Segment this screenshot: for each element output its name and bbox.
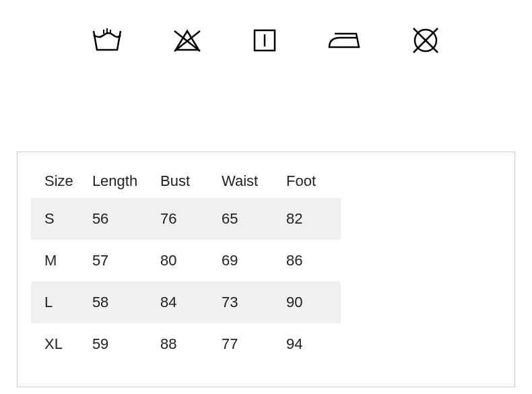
do-not-dry-clean-icon <box>411 26 440 55</box>
cell-foot: 90 <box>279 282 341 323</box>
cell-waist: 77 <box>215 323 279 365</box>
cell-bust: 80 <box>154 240 215 282</box>
cell-foot: 86 <box>279 240 341 282</box>
cell-length: 59 <box>86 323 154 365</box>
cell-size: L <box>31 282 86 323</box>
cell-length: 58 <box>86 282 154 323</box>
table-row: S 56 76 65 82 <box>31 198 341 240</box>
cell-waist: 69 <box>215 240 279 282</box>
cell-bust: 84 <box>154 282 215 323</box>
cell-length: 56 <box>86 198 154 240</box>
cell-size: M <box>31 240 86 282</box>
header-foot: Foot <box>279 164 341 198</box>
iron-icon <box>327 28 362 53</box>
table-row: L 58 84 73 90 <box>31 282 341 323</box>
table-row: XL 59 88 77 94 <box>31 323 341 365</box>
cell-size: S <box>31 198 86 240</box>
header-bust: Bust <box>154 164 215 198</box>
dry-icon <box>251 27 278 54</box>
do-not-bleach-icon <box>172 27 203 54</box>
cell-foot: 94 <box>279 323 341 365</box>
header-size: Size <box>31 164 86 198</box>
care-instruction-icons <box>0 26 532 55</box>
cell-size: XL <box>31 323 86 365</box>
table-header-row: Size Length Bust Waist Foot <box>31 164 341 198</box>
table-row: M 57 80 69 86 <box>31 240 341 282</box>
cell-waist: 73 <box>215 282 279 323</box>
cell-bust: 76 <box>154 198 215 240</box>
size-chart-container: Size Length Bust Waist Foot S 56 76 65 8… <box>17 152 515 387</box>
cell-foot: 82 <box>279 198 341 240</box>
header-length: Length <box>86 164 154 198</box>
header-waist: Waist <box>215 164 279 198</box>
wash-icon <box>92 27 123 54</box>
cell-bust: 88 <box>154 323 215 365</box>
cell-waist: 65 <box>215 198 279 240</box>
size-chart-table: Size Length Bust Waist Foot S 56 76 65 8… <box>31 164 341 365</box>
cell-length: 57 <box>86 240 154 282</box>
